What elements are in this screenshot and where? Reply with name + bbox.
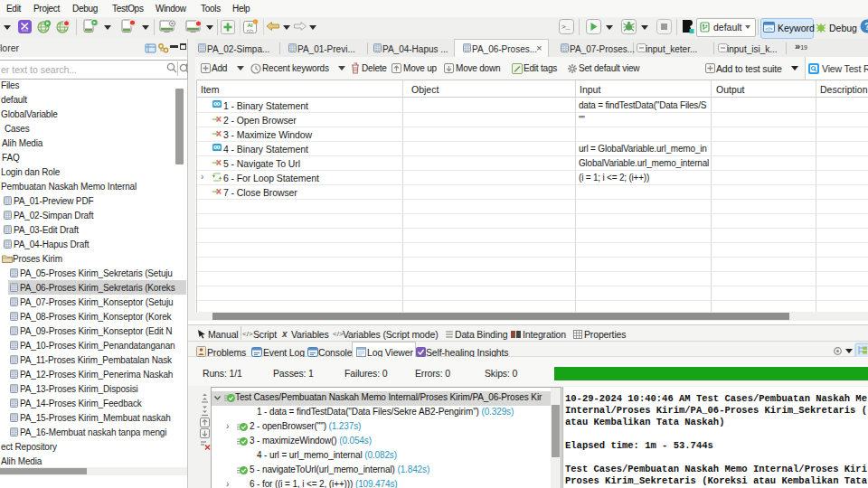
- svg-text:?: ?: [864, 22, 868, 32]
- svg-text:>_: >_: [561, 23, 571, 31]
- svg-text:</>: </>: [766, 26, 773, 32]
- svg-text:</>: </>: [247, 28, 254, 33]
